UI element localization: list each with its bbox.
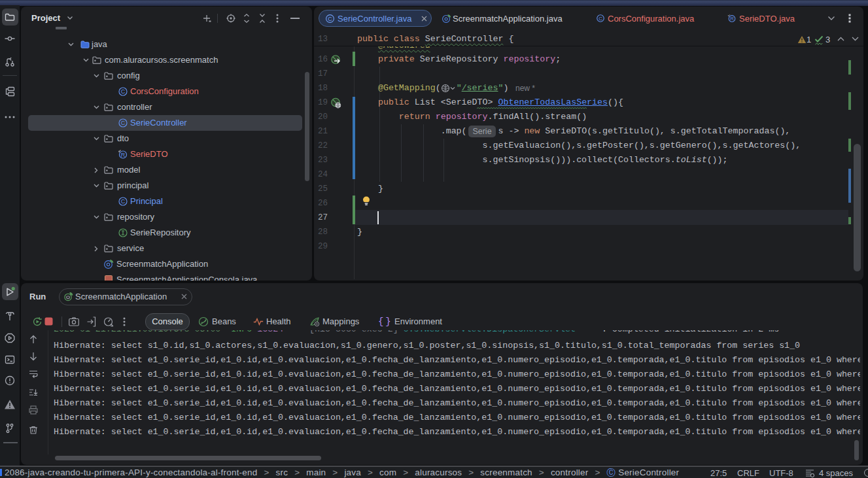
svg-text:C: C (328, 16, 332, 22)
svg-text:R: R (121, 152, 126, 158)
svg-text:C: C (599, 16, 602, 22)
svg-text:C: C (121, 198, 126, 205)
svg-text:R: R (730, 16, 734, 22)
svg-text:C: C (121, 88, 126, 95)
svg-text:C: C (121, 120, 126, 126)
